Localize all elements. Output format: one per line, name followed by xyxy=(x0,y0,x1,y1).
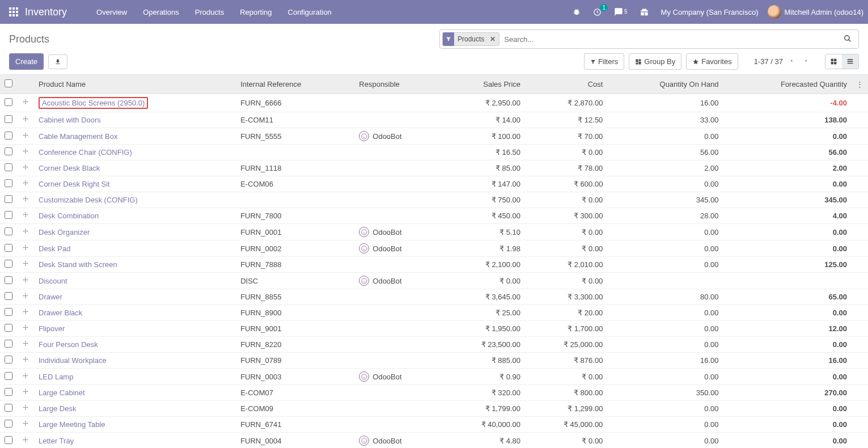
search-box[interactable]: Products ✕ xyxy=(439,29,859,49)
row-checkbox[interactable] xyxy=(5,356,12,364)
product-name-link[interactable]: Discount xyxy=(39,277,67,285)
drag-handle-icon[interactable] xyxy=(17,401,34,417)
table-row[interactable]: Desk Organizer FURN_0001 OdooBot ₹ 5.10 … xyxy=(0,224,868,240)
col-forecast[interactable]: Forecasted Quantity xyxy=(723,75,852,94)
col-qty-onhand[interactable]: Quantity On Hand xyxy=(607,75,723,94)
drag-handle-icon[interactable] xyxy=(17,273,34,289)
drag-handle-icon[interactable] xyxy=(17,385,34,401)
product-name-link[interactable]: Large Cabinet xyxy=(39,388,85,397)
apps-icon[interactable] xyxy=(5,3,23,21)
table-row[interactable]: Corner Desk Black FURN_1118 ₹ 85.00 ₹ 78… xyxy=(0,160,868,176)
drag-handle-icon[interactable] xyxy=(17,240,34,257)
table-row[interactable]: Cable Management Box FURN_5555 OdooBot ₹… xyxy=(0,128,868,145)
table-row[interactable]: Four Person Desk FURN_8220 ₹ 23,500.00 ₹… xyxy=(0,337,868,353)
optional-columns-icon[interactable]: ⋮ xyxy=(852,75,868,94)
product-name-link[interactable]: Desk Organizer xyxy=(39,228,90,236)
product-name-link[interactable]: Desk Pad xyxy=(39,244,70,253)
nav-item-operations[interactable]: Operations xyxy=(136,3,186,21)
drag-handle-icon[interactable] xyxy=(17,94,34,112)
pager-prev-icon[interactable] xyxy=(785,55,798,68)
product-name-link[interactable]: LED Lamp xyxy=(39,373,73,381)
table-row[interactable]: Desk Combination FURN_7800 ₹ 450.00 ₹ 30… xyxy=(0,208,868,224)
chat-icon[interactable]: 5 xyxy=(611,5,631,19)
row-checkbox[interactable] xyxy=(5,340,12,348)
drag-handle-icon[interactable] xyxy=(17,321,34,337)
drag-handle-icon[interactable] xyxy=(17,417,34,433)
nav-item-configuration[interactable]: Configuration xyxy=(281,3,338,21)
product-name-link[interactable]: Four Person Desk xyxy=(39,340,98,349)
row-checkbox[interactable] xyxy=(5,132,12,140)
activity-icon[interactable]: 1 xyxy=(590,6,605,19)
drag-handle-icon[interactable] xyxy=(17,369,34,385)
row-checkbox[interactable] xyxy=(5,147,12,155)
drag-handle-icon[interactable] xyxy=(17,145,34,160)
row-checkbox[interactable] xyxy=(5,115,12,123)
list-view-icon[interactable] xyxy=(842,54,858,69)
product-name-link[interactable]: Acoustic Bloc Screens (2950.0) xyxy=(39,97,148,109)
row-checkbox[interactable] xyxy=(5,227,12,235)
favorites-button[interactable]: Favorites xyxy=(686,53,738,70)
row-checkbox[interactable] xyxy=(5,163,12,171)
product-name-link[interactable]: Corner Desk Black xyxy=(39,164,100,172)
drag-handle-icon[interactable] xyxy=(17,192,34,208)
product-name-link[interactable]: Customizable Desk (CONFIG) xyxy=(39,196,138,204)
export-button[interactable] xyxy=(48,54,67,69)
product-name-link[interactable]: Conference Chair (CONFIG) xyxy=(39,148,132,157)
row-checkbox[interactable] xyxy=(5,388,12,396)
table-row[interactable]: Desk Pad FURN_0002 OdooBot ₹ 1.98 ₹ 0.00… xyxy=(0,240,868,257)
row-checkbox[interactable] xyxy=(5,436,12,444)
table-row[interactable]: Individual Workplace FURN_0789 ₹ 885.00 … xyxy=(0,353,868,369)
nav-item-products[interactable]: Products xyxy=(188,3,231,21)
table-row[interactable]: Large Meeting Table FURN_6741 ₹ 40,000.0… xyxy=(0,417,868,433)
product-name-link[interactable]: Large Meeting Table xyxy=(39,420,105,429)
table-row[interactable]: Corner Desk Right Sit E-COM06 ₹ 147.00 ₹… xyxy=(0,176,868,192)
product-name-link[interactable]: Large Desk xyxy=(39,404,76,413)
table-row[interactable]: Drawer Black FURN_8900 ₹ 25.00 ₹ 20.00 0… xyxy=(0,305,868,321)
table-row[interactable]: Desk Stand with Screen FURN_7888 ₹ 2,100… xyxy=(0,257,868,273)
pager-next-icon[interactable] xyxy=(800,55,812,68)
row-checkbox[interactable] xyxy=(5,195,12,203)
gift-icon[interactable] xyxy=(637,6,652,19)
groupby-button[interactable]: Group By xyxy=(629,53,681,70)
product-name-link[interactable]: Drawer xyxy=(39,293,62,301)
drag-handle-icon[interactable] xyxy=(17,289,34,305)
drag-handle-icon[interactable] xyxy=(17,160,34,176)
col-responsible[interactable]: Responsible xyxy=(354,75,442,94)
row-checkbox[interactable] xyxy=(5,211,12,219)
kanban-view-icon[interactable] xyxy=(825,54,842,69)
bug-icon[interactable] xyxy=(569,6,584,18)
row-checkbox[interactable] xyxy=(5,308,12,316)
drag-handle-icon[interactable] xyxy=(17,433,34,449)
col-product-name[interactable]: Product Name xyxy=(34,75,236,94)
search-input[interactable] xyxy=(502,33,839,46)
row-checkbox[interactable] xyxy=(5,292,12,300)
nav-item-reporting[interactable]: Reporting xyxy=(233,3,278,21)
user-menu[interactable]: Mitchell Admin (odoo14) xyxy=(768,5,863,19)
drag-handle-icon[interactable] xyxy=(17,305,34,321)
row-checkbox[interactable] xyxy=(5,260,12,268)
facet-remove-icon[interactable]: ✕ xyxy=(488,35,498,43)
row-checkbox[interactable] xyxy=(5,372,12,380)
search-icon[interactable] xyxy=(839,32,856,47)
row-checkbox[interactable] xyxy=(5,420,12,428)
filters-button[interactable]: Filters xyxy=(584,53,624,70)
table-row[interactable]: Conference Chair (CONFIG) ₹ 16.50 ₹ 0.00… xyxy=(0,145,868,160)
table-row[interactable]: Customizable Desk (CONFIG) ₹ 750.00 ₹ 0.… xyxy=(0,192,868,208)
create-button[interactable]: Create xyxy=(9,53,44,70)
col-sales-price[interactable]: Sales Price xyxy=(443,75,525,94)
nav-item-overview[interactable]: Overview xyxy=(90,3,134,21)
row-checkbox[interactable] xyxy=(5,179,12,187)
product-name-link[interactable]: Cabinet with Doors xyxy=(39,116,101,124)
drag-handle-icon[interactable] xyxy=(17,224,34,240)
product-name-link[interactable]: Desk Stand with Screen xyxy=(39,260,117,269)
product-name-link[interactable]: Letter Tray xyxy=(39,437,74,445)
product-name-link[interactable]: Drawer Black xyxy=(39,308,82,317)
row-checkbox[interactable] xyxy=(5,276,12,284)
col-cost[interactable]: Cost xyxy=(525,75,607,94)
app-brand[interactable]: Inventory xyxy=(25,6,67,18)
select-all-checkbox[interactable] xyxy=(5,79,12,87)
drag-handle-icon[interactable] xyxy=(17,176,34,192)
drag-handle-icon[interactable] xyxy=(17,353,34,369)
table-row[interactable]: Letter Tray FURN_0004 OdooBot ₹ 4.80 ₹ 0… xyxy=(0,433,868,449)
drag-handle-icon[interactable] xyxy=(17,257,34,273)
